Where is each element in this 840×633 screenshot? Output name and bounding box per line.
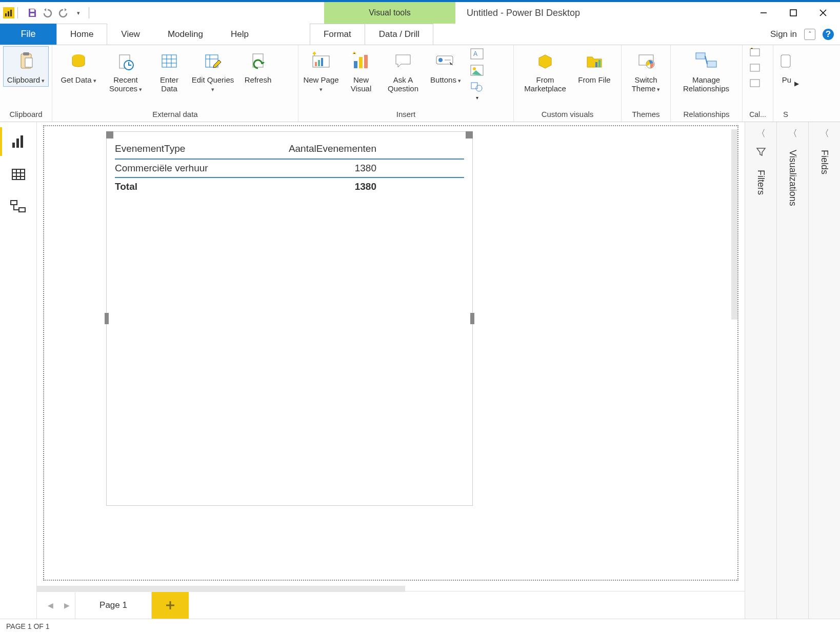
ribbon-overflow-button[interactable]: ▶	[794, 80, 799, 87]
svg-rect-59	[11, 201, 17, 205]
new-visual-button[interactable]: New Visual	[342, 46, 381, 96]
refresh-button[interactable]: Refresh	[237, 46, 279, 87]
svg-rect-0	[5, 13, 7, 16]
qat-dropdown[interactable]: ▾	[71, 6, 86, 20]
svg-rect-25	[315, 62, 317, 66]
chevron-left-icon[interactable]: 〈	[788, 127, 797, 140]
table-visual[interactable]: EvenementType AantalEvenementen Commerci…	[106, 131, 473, 506]
app-icon	[3, 7, 14, 18]
svg-rect-30	[364, 55, 368, 68]
svg-rect-2	[10, 10, 12, 16]
svg-rect-4	[30, 9, 34, 12]
column-header[interactable]: EvenementType	[115, 143, 258, 154]
resize-handle[interactable]	[470, 313, 474, 324]
page-prev-button[interactable]: ◀	[42, 591, 58, 619]
resize-handle[interactable]	[105, 313, 109, 324]
pane-title: Visualizations	[787, 150, 798, 206]
undo-button[interactable]	[41, 6, 55, 20]
switch-theme-button[interactable]: Switch Theme	[625, 46, 667, 96]
column-header[interactable]: AantalEvenementen	[258, 143, 376, 154]
table-row[interactable]: Commerciële verhuur 1380	[115, 160, 464, 178]
table-total-row: Total 1380	[115, 178, 464, 195]
ribbon-group-label: Relationships	[674, 109, 739, 121]
tab-format[interactable]: Format	[310, 24, 365, 45]
page-next-button[interactable]: ▶	[58, 591, 75, 619]
svg-rect-29	[359, 57, 363, 68]
get-data-button[interactable]: Get Data	[55, 46, 102, 87]
enter-data-button[interactable]: Enter Data	[150, 46, 189, 96]
edit-queries-button[interactable]: Edit Queries	[190, 46, 236, 96]
tab-modeling[interactable]: Modeling	[154, 24, 217, 45]
svg-rect-51	[12, 143, 15, 148]
svg-rect-53	[21, 135, 23, 148]
publish-button[interactable]: Pu	[776, 46, 797, 87]
redo-button[interactable]	[56, 6, 70, 20]
ribbon-group-label: Themes	[625, 109, 667, 121]
shapes-button[interactable]: ▾	[467, 79, 487, 103]
resize-handle[interactable]	[106, 131, 113, 139]
svg-point-39	[476, 85, 482, 91]
visualizations-pane[interactable]: 〈 Visualizations	[776, 122, 808, 619]
pane-title: Fields	[819, 150, 830, 174]
new-quick-measure-button[interactable]	[746, 77, 766, 91]
svg-rect-47	[750, 49, 759, 56]
minimize-button[interactable]	[749, 4, 778, 22]
svg-rect-27	[321, 58, 323, 66]
add-page-button[interactable]	[152, 591, 189, 619]
maximize-button[interactable]	[778, 4, 808, 22]
svg-rect-40	[595, 62, 597, 67]
svg-point-32	[438, 58, 443, 62]
status-text: PAGE 1 OF 1	[6, 622, 50, 630]
svg-rect-52	[16, 139, 19, 148]
manage-relationships-button[interactable]: Manage Relationships	[674, 46, 738, 96]
new-measure-button[interactable]	[746, 46, 766, 61]
report-canvas[interactable]: EvenementType AantalEvenementen Commerci…	[43, 125, 738, 581]
tab-home[interactable]: Home	[56, 24, 107, 45]
svg-rect-3	[30, 13, 34, 16]
image-button[interactable]	[467, 63, 487, 78]
chevron-left-icon[interactable]: 〈	[756, 127, 766, 140]
tab-view[interactable]: View	[107, 24, 154, 45]
fields-pane[interactable]: 〈 Fields	[808, 122, 840, 619]
svg-line-46	[705, 56, 707, 64]
cell: Commerciële verhuur	[115, 163, 258, 174]
filters-pane[interactable]: 〈 Filters	[745, 122, 776, 619]
svg-rect-10	[23, 52, 29, 55]
recent-sources-button[interactable]: Recent Sources	[103, 46, 149, 96]
svg-rect-15	[162, 55, 176, 67]
new-column-button[interactable]	[746, 62, 766, 76]
resize-handle[interactable]	[466, 131, 473, 139]
save-button[interactable]	[25, 6, 39, 20]
window-title: Untitled - Power BI Desktop	[467, 2, 580, 24]
svg-point-37	[473, 67, 476, 70]
new-page-button[interactable]: New Page	[302, 46, 341, 96]
model-view-button[interactable]	[0, 191, 36, 224]
text-box-button[interactable]: A	[467, 46, 487, 62]
buttons-button[interactable]: Buttons	[426, 46, 466, 87]
svg-rect-26	[318, 60, 320, 66]
data-view-button[interactable]	[0, 158, 36, 191]
vertical-scrollbar[interactable]	[731, 129, 737, 320]
ribbon-group-label: Clipboard	[3, 109, 49, 121]
svg-rect-54	[12, 169, 25, 180]
sign-in-link[interactable]: Sign in	[770, 29, 797, 39]
svg-rect-6	[790, 10, 796, 16]
ribbon-group-label: Insert	[302, 109, 510, 121]
svg-rect-50	[781, 55, 790, 67]
report-view-button[interactable]	[0, 125, 36, 158]
close-button[interactable]	[808, 4, 838, 22]
from-file-button[interactable]: From File	[574, 46, 614, 87]
collapse-ribbon-button[interactable]: ˄	[804, 29, 815, 40]
clipboard-button[interactable]: Clipboard	[3, 46, 49, 87]
page-tab[interactable]: Page 1	[75, 591, 152, 619]
from-marketplace-button[interactable]: From Marketplace	[517, 46, 573, 96]
tab-data-drill[interactable]: Data / Drill	[365, 24, 433, 45]
horizontal-scrollbar[interactable]	[37, 586, 405, 592]
file-tab[interactable]: File	[0, 24, 56, 45]
ask-question-button[interactable]: Ask A Question	[382, 46, 425, 96]
chevron-left-icon[interactable]: 〈	[820, 127, 829, 140]
tab-help[interactable]: Help	[217, 24, 263, 45]
svg-rect-49	[750, 80, 759, 87]
help-icon[interactable]: ?	[823, 29, 834, 40]
filter-icon	[756, 147, 766, 160]
